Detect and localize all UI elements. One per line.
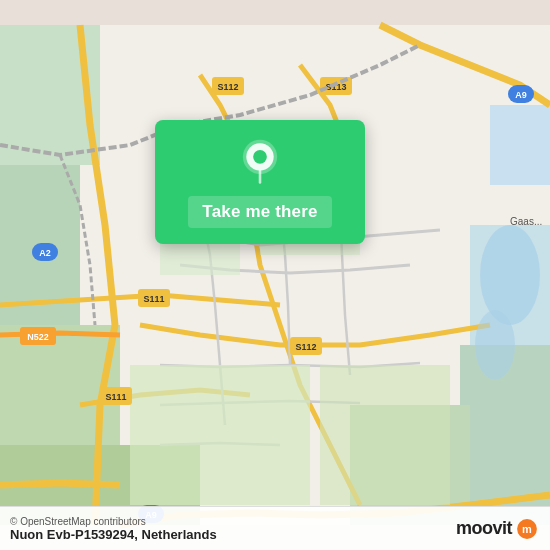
svg-text:A9: A9 bbox=[515, 90, 527, 100]
popup-card: Take me there bbox=[155, 120, 365, 244]
location-info: © OpenStreetMap contributors Nuon Evb-P1… bbox=[10, 515, 217, 542]
svg-text:A2: A2 bbox=[39, 248, 51, 258]
svg-text:m: m bbox=[522, 522, 532, 534]
svg-text:S112: S112 bbox=[295, 342, 316, 352]
map-background: S112 S113 S112 S111 S111 N522 A2 A9 A9 G… bbox=[0, 0, 550, 550]
osm-attribution: © OpenStreetMap contributors bbox=[10, 516, 217, 527]
moovit-text: moovit bbox=[456, 518, 512, 539]
svg-rect-10 bbox=[320, 365, 450, 505]
svg-point-32 bbox=[480, 225, 540, 325]
svg-text:Gaas...: Gaas... bbox=[510, 216, 542, 227]
svg-text:S111: S111 bbox=[143, 294, 164, 304]
bottom-bar: © OpenStreetMap contributors Nuon Evb-P1… bbox=[0, 506, 550, 550]
svg-rect-4 bbox=[490, 105, 550, 185]
moovit-logo: moovit m bbox=[456, 518, 538, 540]
svg-text:N522: N522 bbox=[27, 332, 49, 342]
moovit-logo-icon: m bbox=[516, 518, 538, 540]
map-container: S112 S113 S112 S111 S111 N522 A2 A9 A9 G… bbox=[0, 0, 550, 550]
take-me-there-button[interactable]: Take me there bbox=[188, 196, 331, 228]
svg-rect-9 bbox=[130, 365, 310, 505]
location-title: Nuon Evb-P1539294, Netherlands bbox=[10, 527, 217, 542]
svg-text:S111: S111 bbox=[105, 392, 126, 402]
svg-text:S112: S112 bbox=[217, 82, 238, 92]
svg-point-36 bbox=[253, 150, 267, 164]
svg-point-33 bbox=[475, 310, 515, 380]
location-pin-icon bbox=[236, 138, 284, 186]
